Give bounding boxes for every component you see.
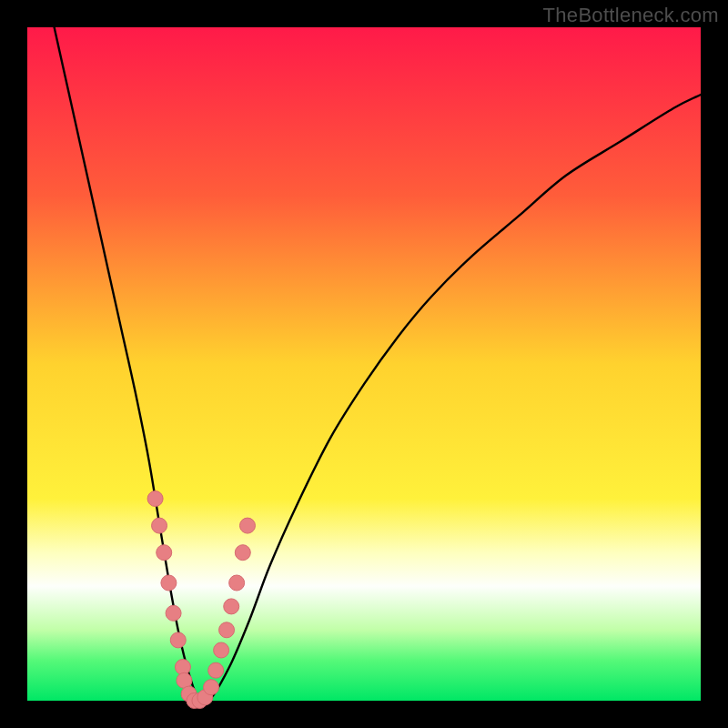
data-marker <box>219 622 235 638</box>
data-marker <box>229 575 245 591</box>
plot-area <box>27 27 701 701</box>
data-marker <box>161 575 177 591</box>
curve-layer <box>27 27 701 701</box>
data-marker <box>224 599 239 614</box>
chart-frame: TheBottleneck.com <box>0 0 728 728</box>
data-marker <box>208 662 224 678</box>
bottleneck-curve <box>55 27 701 704</box>
data-marker <box>204 680 219 695</box>
data-marker <box>235 545 250 561</box>
data-marker <box>166 605 181 621</box>
data-marker <box>157 545 172 561</box>
data-marker <box>152 518 167 533</box>
data-marker <box>214 642 229 658</box>
data-marker <box>147 491 163 507</box>
watermark-label: TheBottleneck.com <box>543 4 719 27</box>
data-marker <box>239 518 255 533</box>
data-marker <box>170 632 186 648</box>
